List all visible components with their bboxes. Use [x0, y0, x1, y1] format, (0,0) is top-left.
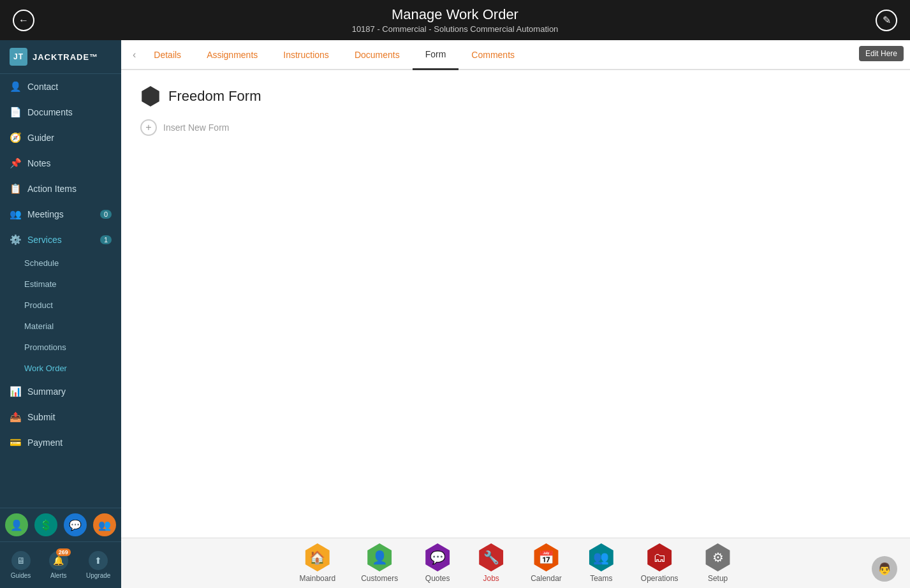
sidebar-label-services: Services [27, 235, 62, 245]
insert-form-label: Insert New Form [163, 122, 229, 133]
tab-comments[interactable]: Comments [459, 41, 527, 70]
guides-label: Guides [11, 572, 31, 579]
sidebar-label-submit: Submit [27, 412, 55, 422]
form-content: Freedom Form + Insert New Form [121, 70, 910, 538]
teams-icon: 👥 [587, 543, 615, 571]
bottom-tab-jobs[interactable]: 🔧 Jobs [477, 543, 505, 583]
sidebar-bottom: 🖥 Guides 🔔 269 Alerts ⬆ Upgrade [0, 541, 121, 588]
page-title: Manage Work Order [38, 6, 872, 23]
mainboard-icon: 🏠 [304, 543, 332, 571]
payment-icon: 💳 [10, 437, 21, 448]
meetings-icon: 👥 [10, 209, 21, 220]
logo-text: JACKTRADE™ [33, 52, 98, 62]
meetings-badge: 0 [100, 210, 112, 219]
bottom-tabbar: 🏠 Mainboard 👤 Customers 💬 Quotes 🔧 Jobs … [121, 538, 910, 588]
action-person-button[interactable]: 👤 [5, 513, 28, 536]
tab-prev-button[interactable]: ‹ [128, 43, 141, 67]
sidebar-item-guider[interactable]: 🧭 Guider [0, 125, 121, 151]
sidebar-item-contact[interactable]: 👤 Contact [0, 74, 121, 99]
sidebar-item-payment[interactable]: 💳 Payment [0, 430, 121, 455]
sidebar-actions: 👤 💲 💬 👥 [0, 508, 121, 541]
teams-label: Teams [590, 574, 612, 583]
insert-form-icon: + [140, 119, 157, 136]
customers-icon: 👤 [365, 543, 393, 571]
user-avatar[interactable]: 👨 [872, 556, 897, 582]
sidebar-item-summary[interactable]: 📊 Summary [0, 379, 121, 404]
bottom-tab-operations[interactable]: 🗂 Operations [641, 543, 679, 583]
sidebar-label-guider: Guider [27, 133, 54, 143]
tab-details[interactable]: Details [141, 41, 194, 70]
sidebar-label-contact: Contact [27, 82, 58, 92]
sidebar-subitem-material[interactable]: Material [0, 316, 121, 337]
jobs-icon: 🔧 [477, 543, 505, 571]
estimate-label: Estimate [24, 279, 57, 289]
action-dollar-button[interactable]: 💲 [34, 513, 57, 536]
schedule-label: Schedule [24, 258, 59, 268]
bottom-tab-setup[interactable]: ⚙ Setup [704, 543, 732, 583]
main-layout: JT JACKTRADE™ 👤 Contact 📄 Documents 🧭 Gu… [0, 40, 910, 588]
product-label: Product [24, 300, 53, 310]
sidebar-item-documents[interactable]: 📄 Documents [0, 99, 121, 125]
action-items-icon: 📋 [10, 183, 21, 195]
sidebar-bottom-guides[interactable]: 🖥 Guides [8, 548, 34, 582]
quotes-label: Quotes [425, 574, 450, 583]
tab-form[interactable]: Form [413, 40, 459, 70]
insert-form-row[interactable]: + Insert New Form [140, 119, 891, 136]
contact-icon: 👤 [10, 81, 21, 92]
action-people-button[interactable]: 👥 [93, 513, 116, 536]
tab-documents[interactable]: Documents [342, 41, 413, 70]
summary-icon: 📊 [10, 386, 21, 397]
sidebar-item-notes[interactable]: 📌 Notes [0, 151, 121, 176]
sidebar-label-action-items: Action Items [27, 184, 77, 194]
sidebar-item-action-items[interactable]: 📋 Action Items [0, 176, 121, 202]
operations-icon: 🗂 [645, 543, 673, 571]
action-chat-button[interactable]: 💬 [64, 513, 87, 536]
quotes-icon: 💬 [423, 543, 451, 571]
tab-instructions[interactable]: Instructions [270, 41, 342, 70]
bottom-tab-quotes[interactable]: 💬 Quotes [423, 543, 451, 583]
sidebar-subitem-promotions[interactable]: Promotions [0, 337, 121, 358]
guider-icon: 🧭 [10, 132, 21, 143]
bottom-tab-teams[interactable]: 👥 Teams [587, 543, 615, 583]
services-icon: ⚙️ [10, 234, 21, 246]
sidebar-label-payment: Payment [27, 437, 62, 448]
services-badge: 1 [100, 235, 112, 244]
setup-icon: ⚙ [704, 543, 732, 571]
sidebar-item-services[interactable]: ⚙️ Services 1 [0, 227, 121, 253]
edit-here-tooltip: Edit Here [859, 46, 904, 61]
sidebar-subitem-schedule[interactable]: Schedule [0, 253, 121, 274]
top-header: ← Manage Work Order 10187 - Commercial -… [0, 0, 910, 40]
sidebar-subitem-work-order[interactable]: Work Order [0, 358, 121, 379]
form-title: Freedom Form [168, 88, 261, 105]
mainboard-label: Mainboard [299, 574, 335, 583]
sidebar-bottom-alerts[interactable]: 🔔 269 Alerts [47, 548, 71, 582]
alerts-label: Alerts [50, 572, 67, 579]
material-label: Material [24, 321, 54, 331]
sidebar-subitem-estimate[interactable]: Estimate [0, 274, 121, 295]
logo-icon: JT [10, 48, 27, 66]
sidebar-subitem-product[interactable]: Product [0, 295, 121, 316]
tab-assignments[interactable]: Assignments [194, 41, 270, 70]
content-area: ‹ Details Assignments Instructions Docum… [121, 40, 910, 588]
page-subtitle: 10187 - Commercial - Solutions Commercia… [38, 24, 872, 34]
sidebar-label-summary: Summary [27, 386, 66, 397]
sidebar-item-submit[interactable]: 📤 Submit [0, 404, 121, 430]
sidebar-item-meetings[interactable]: 👥 Meetings 0 [0, 202, 121, 227]
sidebar-label-notes: Notes [27, 158, 51, 168]
notes-icon: 📌 [10, 158, 21, 169]
customers-label: Customers [361, 574, 398, 583]
documents-icon: 📄 [10, 107, 21, 118]
sidebar-bottom-upgrade[interactable]: ⬆ Upgrade [84, 548, 113, 582]
work-order-label: Work Order [24, 364, 67, 373]
operations-label: Operations [641, 574, 679, 583]
calendar-label: Calendar [531, 574, 562, 583]
bottom-tab-mainboard[interactable]: 🏠 Mainboard [299, 543, 335, 583]
promotions-label: Promotions [24, 342, 66, 352]
sidebar: JT JACKTRADE™ 👤 Contact 📄 Documents 🧭 Gu… [0, 40, 121, 588]
bottom-tab-customers[interactable]: 👤 Customers [361, 543, 398, 583]
sidebar-label-documents: Documents [27, 107, 73, 117]
bottom-tab-calendar[interactable]: 📅 Calendar [531, 543, 562, 583]
back-button[interactable]: ← [13, 10, 34, 31]
jobs-label: Jobs [483, 574, 499, 583]
edit-button[interactable]: ✎ [876, 10, 897, 31]
